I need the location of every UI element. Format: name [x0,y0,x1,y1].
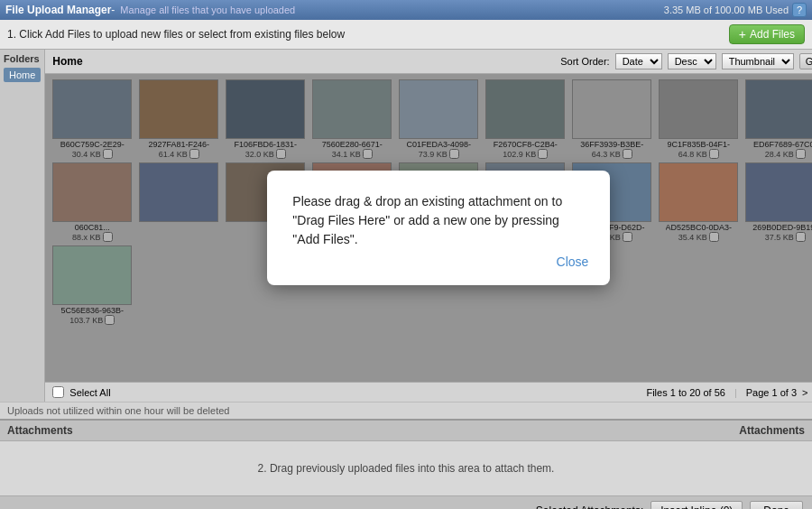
attachments-header: Attachments Attachments [0,419,812,441]
warning-text: Uploads not utilized within one hour wil… [7,405,229,416]
sort-view-select[interactable]: Thumbnail [722,53,794,69]
instruction-text: 1. Click Add Files to upload new files o… [7,28,345,41]
insert-inline-button[interactable]: Insert Inline (0) [651,501,743,509]
modal-line2: "Drag Files Here" or add a new one by pr… [292,213,559,227]
content-bottom-bar: Select All Files 1 to 20 of 56 | Page 1 … [45,382,812,402]
sort-field-select[interactable]: Date [615,53,662,69]
attachments-title: Attachments [7,424,73,437]
current-location: Home [52,55,555,68]
files-info: Files 1 to 20 of 56 [646,387,724,398]
done-button[interactable]: Done [750,501,803,509]
attachments-body-text: 2. Drag previously uploaded files into t… [258,462,555,475]
add-files-label: Add Files [750,28,795,41]
sort-order-label: Sort Order: [560,56,609,67]
sidebar-item-home[interactable]: Home [4,68,41,82]
sort-toolbar: Home Sort Order: Date Desc Thumbnail Go [45,50,812,74]
sidebar: Folders Home [0,50,45,402]
app-subtitle: Manage all files that you have uploaded [120,5,295,15]
help-button[interactable]: ? [792,3,807,17]
select-all-label: Select All [69,387,110,398]
modal-dialog: Please drag & drop an existing attachmen… [267,171,610,285]
selected-attachments-label: Selected Attachments: [536,504,643,509]
attachments-drop-zone[interactable]: 2. Drag previously uploaded files into t… [0,441,812,495]
title-separator: - [111,4,115,16]
select-all-checkbox[interactable] [52,386,64,398]
warning-bar: Uploads not utilized within one hour wil… [0,402,812,419]
content-area: Home Sort Order: Date Desc Thumbnail Go [45,50,812,402]
attachments-footer: Selected Attachments: Insert Inline (0) … [0,495,812,509]
storage-info: 3.35 MB of 100.00 MB Used ? [664,3,807,17]
page-info: Page 1 of 3 [746,387,797,398]
modal-line1: Please drag & drop an existing attachmen… [292,194,562,208]
modal-overlay: Please drag & drop an existing attachmen… [45,74,812,382]
attachments-right-label: Attachments [739,424,805,437]
modal-text: Please drag & drop an existing attachmen… [292,192,585,249]
modal-line3: "Add Files". [292,232,357,246]
titlebar: File Upload Manager - Manage all files t… [0,0,812,20]
go-button[interactable]: Go [799,53,812,69]
modal-close-button[interactable]: Close [557,255,589,269]
folders-header: Folders [4,53,41,64]
main-area: Folders Home Home Sort Order: Date Desc … [0,50,812,402]
app-title: File Upload Manager [5,4,111,16]
add-files-button[interactable]: + Add Files [729,24,805,44]
thumbnails-container: B60C759C-2E29- 30.4 KB 2927FA81-F246- 61… [45,74,812,382]
storage-text: 3.35 MB of 100.00 MB Used [664,5,789,15]
sort-dir-select[interactable]: Desc [668,53,716,69]
instruction-bar: 1. Click Add Files to upload new files o… [0,20,812,50]
next-page-button[interactable]: > [802,387,807,398]
